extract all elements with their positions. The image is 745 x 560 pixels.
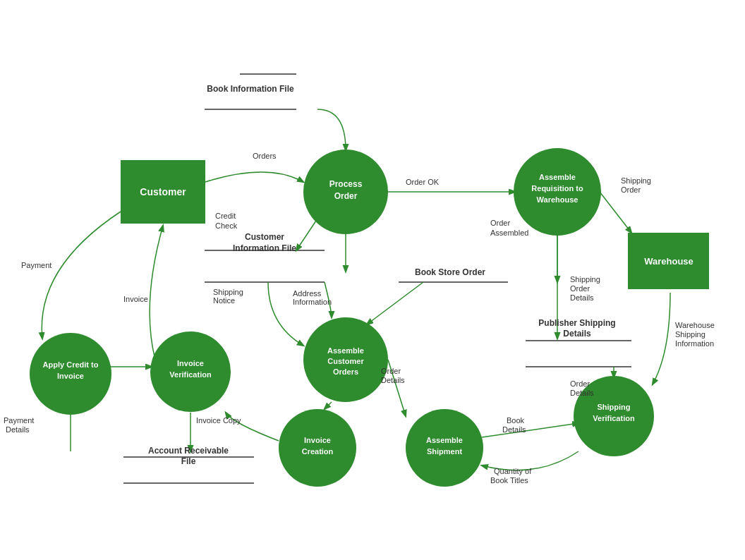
- svg-text:Order OK: Order OK: [406, 178, 440, 186]
- svg-text:Payment: Payment: [4, 416, 34, 425]
- svg-text:Details: Details: [502, 425, 526, 434]
- svg-text:Warehouse: Warehouse: [675, 321, 715, 329]
- svg-text:Book Store Order: Book Store Order: [415, 267, 485, 277]
- diagram-container: Process Order Assemble Requisition to Wa…: [0, 0, 745, 560]
- svg-text:Address: Address: [293, 289, 322, 298]
- svg-text:Verification: Verification: [593, 414, 635, 422]
- svg-text:Shipping: Shipping: [570, 275, 600, 284]
- svg-text:Order: Order: [381, 367, 401, 375]
- svg-text:Shipment: Shipment: [427, 447, 462, 456]
- svg-text:Customer: Customer: [245, 232, 284, 242]
- svg-text:File: File: [181, 456, 196, 466]
- svg-text:Details: Details: [563, 329, 591, 339]
- svg-text:Details: Details: [570, 389, 594, 397]
- svg-text:Invoice: Invoice: [304, 436, 331, 444]
- svg-text:Details: Details: [570, 293, 594, 302]
- svg-text:Publisher Shipping: Publisher Shipping: [538, 318, 615, 328]
- svg-text:Shipping: Shipping: [621, 176, 651, 185]
- svg-text:Credit: Credit: [215, 212, 236, 220]
- svg-text:Account Receivable: Account Receivable: [148, 446, 229, 456]
- svg-text:Notice: Notice: [213, 296, 235, 305]
- svg-text:Orders: Orders: [253, 152, 277, 160]
- svg-text:Creation: Creation: [302, 447, 334, 456]
- svg-text:Assemble: Assemble: [327, 346, 364, 355]
- svg-text:Assemble: Assemble: [539, 173, 576, 181]
- svg-text:Assemble: Assemble: [426, 436, 463, 444]
- svg-text:Book Titles: Book Titles: [490, 476, 528, 485]
- svg-text:Details: Details: [6, 425, 30, 434]
- svg-text:Order: Order: [570, 284, 590, 293]
- svg-text:Customer: Customer: [140, 186, 186, 197]
- svg-text:Check: Check: [215, 221, 238, 230]
- svg-text:Invoice: Invoice: [57, 372, 84, 380]
- svg-text:Customer: Customer: [327, 357, 364, 365]
- svg-text:Quantity of: Quantity of: [494, 467, 532, 475]
- svg-text:Assembled: Assembled: [490, 229, 528, 237]
- svg-text:Shipping: Shipping: [675, 330, 705, 339]
- diagram-svg: Process Order Assemble Requisition to Wa…: [0, 0, 745, 560]
- svg-text:Information File: Information File: [233, 243, 296, 253]
- svg-text:Verification: Verification: [169, 370, 212, 379]
- svg-text:Information: Information: [675, 339, 714, 348]
- svg-text:Orders: Orders: [333, 367, 358, 376]
- svg-text:Payment: Payment: [21, 261, 52, 269]
- svg-text:Apply Credit to: Apply Credit to: [43, 360, 99, 369]
- svg-text:Invoice: Invoice: [177, 359, 204, 367]
- svg-text:Warehouse: Warehouse: [644, 256, 693, 267]
- svg-text:Order: Order: [621, 185, 641, 194]
- svg-text:Requisition to: Requisition to: [531, 184, 583, 193]
- svg-text:Order: Order: [334, 191, 358, 201]
- svg-text:Invoice: Invoice: [123, 295, 148, 303]
- svg-text:Shipping: Shipping: [213, 288, 243, 296]
- svg-text:Shipping: Shipping: [597, 403, 630, 411]
- svg-text:Book Information File: Book Information File: [207, 84, 294, 94]
- svg-text:Order: Order: [570, 379, 590, 388]
- svg-text:Book: Book: [507, 416, 525, 425]
- svg-text:Process: Process: [329, 179, 363, 189]
- svg-text:Details: Details: [381, 376, 405, 384]
- svg-text:Warehouse: Warehouse: [537, 195, 579, 204]
- svg-text:Information: Information: [293, 298, 332, 306]
- svg-text:Invoice Copy: Invoice Copy: [196, 416, 241, 425]
- svg-text:Order: Order: [490, 219, 510, 227]
